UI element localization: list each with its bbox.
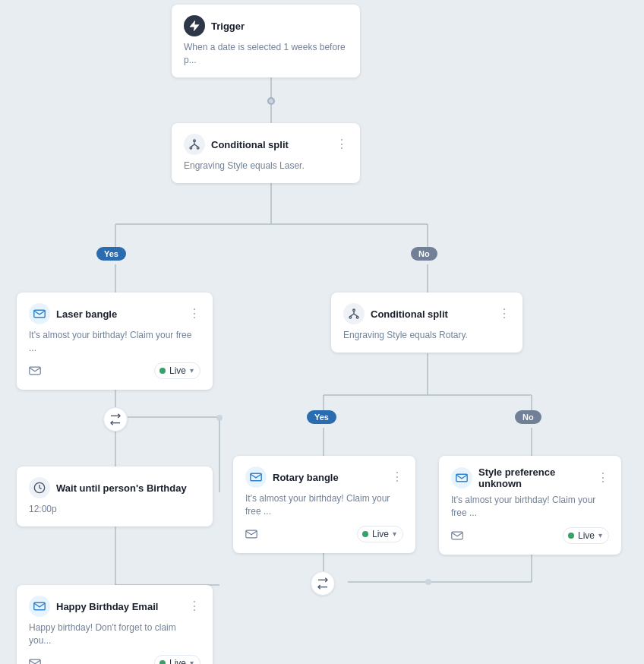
svg-rect-33 — [30, 367, 40, 375]
rotary-bangle-header: Rotary bangle ⋮ — [245, 466, 403, 488]
wait-card: Wait until person's Birthday 12:00p — [17, 466, 213, 526]
split-2-menu[interactable]: ⋮ — [498, 308, 510, 320]
rotary-bangle-status-label: Live — [372, 529, 389, 539]
laser-bangle-chevron: ▾ — [190, 366, 194, 375]
wait-title-row: Wait until person's Birthday — [29, 477, 187, 498]
trigger-title: Trigger — [211, 21, 245, 32]
svg-point-36 — [356, 316, 358, 318]
branch-yes-2: Yes — [307, 410, 336, 424]
wait-description: 12:00p — [29, 503, 200, 516]
connector-dot-swap-2 — [425, 579, 431, 585]
trigger-icon — [184, 15, 205, 36]
svg-point-27 — [190, 147, 192, 149]
split-main-title: Conditional split — [211, 139, 289, 150]
rotary-bangle-status[interactable]: Live ▾ — [357, 526, 403, 542]
style-pref-email-footer-icon — [451, 531, 463, 540]
happy-birthday-email-card: Happy Birthday Email ⋮ Happy birthday! D… — [17, 585, 213, 664]
wait-header: Wait until person's Birthday — [29, 477, 200, 498]
rotary-bangle-email-footer-icon — [245, 530, 257, 539]
connector-dot-1 — [267, 97, 275, 105]
svg-line-31 — [194, 144, 198, 147]
split-2-title: Conditional split — [371, 308, 448, 320]
laser-bangle-card: Laser bangle ⋮ It's almost your birthday… — [17, 292, 213, 390]
style-pref-description: It's almost your birthday! Claim your fr… — [451, 494, 609, 520]
conditional-split-2-card: Conditional split ⋮ Engraving Style equa… — [331, 292, 522, 353]
style-pref-header: Style preference unknown ⋮ — [451, 466, 609, 489]
rotary-bangle-status-dot — [362, 531, 368, 537]
svg-point-28 — [197, 147, 199, 149]
rotary-bangle-description: It's almost your birthday! Claim your fr… — [245, 492, 403, 518]
happy-birthday-footer: Live ▾ — [29, 655, 200, 664]
split-2-description: Engraving Style equals Rotary. — [343, 329, 510, 342]
split-main-title-row: Conditional split — [184, 134, 289, 155]
svg-rect-44 — [246, 530, 257, 538]
svg-point-34 — [353, 309, 355, 311]
svg-point-35 — [349, 316, 352, 318]
style-pref-status-label: Live — [578, 530, 595, 541]
laser-bangle-header: Laser bangle ⋮ — [29, 303, 200, 324]
laser-bangle-status-label: Live — [169, 365, 186, 376]
laser-bangle-email-footer-icon — [29, 366, 41, 375]
svg-rect-46 — [452, 532, 462, 539]
trigger-card: Trigger When a date is selected 1 weeks … — [172, 5, 360, 77]
svg-line-39 — [354, 314, 358, 316]
happy-birthday-menu[interactable]: ⋮ — [188, 600, 200, 612]
trigger-description: When a date is selected 1 weeks before p… — [184, 41, 348, 67]
branch-no-2: No — [515, 410, 541, 424]
happy-birthday-title-row: Happy Birthday Email — [29, 596, 158, 617]
split-2-header: Conditional split ⋮ — [343, 303, 510, 324]
laser-bangle-description: It's almost your birthday! Claim your fr… — [29, 329, 200, 355]
rotary-bangle-email-icon — [245, 466, 267, 488]
branch-no-1: No — [411, 247, 437, 261]
happy-birthday-description: Happy birthday! Don't forget to claim yo… — [29, 621, 200, 647]
happy-birthday-status-dot — [159, 660, 166, 664]
style-pref-status-dot — [568, 533, 574, 539]
laser-bangle-status[interactable]: Live ▾ — [154, 362, 200, 379]
happy-birthday-header: Happy Birthday Email ⋮ — [29, 596, 200, 617]
style-pref-status[interactable]: Live ▾ — [563, 527, 609, 544]
split-main-icon — [184, 134, 205, 155]
split-main-menu[interactable]: ⋮ — [336, 138, 348, 150]
rotary-bangle-title-row: Rotary bangle — [245, 466, 339, 488]
happy-birthday-email-icon — [29, 596, 50, 617]
split-main-header: Conditional split ⋮ — [184, 134, 348, 155]
svg-point-26 — [194, 140, 196, 142]
rotary-bangle-card: Rotary bangle ⋮ It's almost your birthda… — [233, 456, 415, 553]
laser-bangle-status-dot — [159, 368, 166, 374]
laser-bangle-title: Laser bangle — [56, 308, 117, 320]
laser-bangle-title-row: Laser bangle — [29, 303, 117, 324]
swap-circle-2[interactable] — [311, 571, 335, 596]
laser-bangle-email-icon — [29, 303, 50, 324]
happy-birthday-title: Happy Birthday Email — [56, 601, 158, 612]
split-2-icon — [343, 303, 365, 324]
split-2-title-row: Conditional split — [343, 303, 448, 324]
connector-dot-swap-1 — [216, 415, 223, 421]
style-pref-email-icon — [451, 467, 472, 489]
happy-birthday-email-footer-icon — [29, 659, 41, 664]
svg-line-38 — [350, 314, 354, 316]
rotary-bangle-title: Rotary bangle — [273, 472, 339, 483]
style-pref-footer: Live ▾ — [451, 527, 609, 544]
laser-bangle-footer: Live ▾ — [29, 362, 200, 379]
laser-bangle-menu[interactable]: ⋮ — [188, 308, 200, 320]
svg-marker-25 — [190, 21, 199, 30]
style-preference-unknown-card: Style preference unknown ⋮ It's almost y… — [439, 456, 621, 555]
style-pref-title-row: Style preference unknown — [451, 466, 597, 489]
rotary-bangle-menu[interactable]: ⋮ — [391, 471, 403, 483]
swap-circle-1[interactable] — [103, 407, 128, 432]
svg-line-30 — [191, 144, 194, 147]
style-pref-title: Style preference unknown — [478, 466, 597, 489]
trigger-title-row: Trigger — [184, 15, 245, 36]
branch-yes-1: Yes — [96, 247, 126, 261]
conditional-split-main-card: Conditional split ⋮ Engraving Style equa… — [172, 123, 360, 183]
trigger-card-header: Trigger — [184, 15, 348, 36]
style-pref-chevron: ▾ — [598, 531, 602, 539]
wait-title: Wait until person's Birthday — [56, 482, 187, 494]
happy-birthday-status[interactable]: Live ▾ — [154, 655, 200, 664]
happy-birthday-chevron: ▾ — [190, 659, 194, 664]
workflow-canvas: Trigger When a date is selected 1 weeks … — [0, 0, 644, 664]
style-pref-menu[interactable]: ⋮ — [597, 472, 609, 484]
happy-birthday-status-label: Live — [169, 658, 186, 664]
wait-icon — [29, 477, 50, 498]
rotary-bangle-chevron: ▾ — [393, 530, 396, 538]
